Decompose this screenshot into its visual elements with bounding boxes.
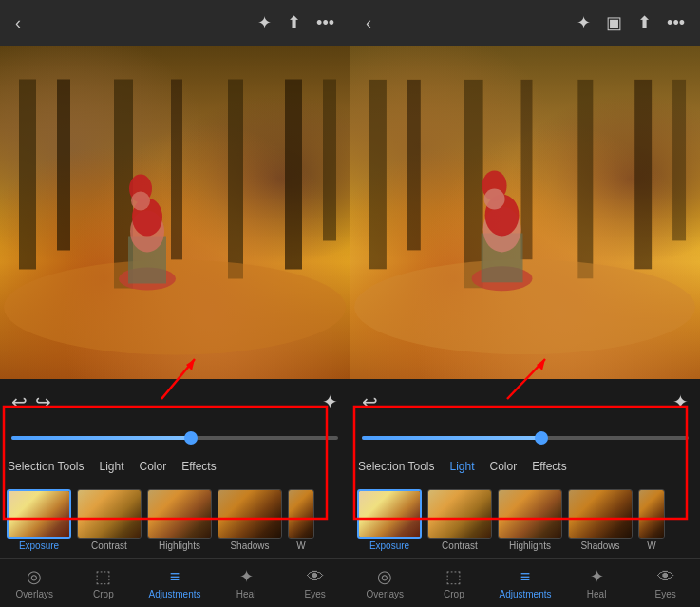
- left-thumb-contrast-img: [77, 489, 142, 539]
- right-thumb-shadows-label: Shadows: [580, 541, 619, 551]
- left-thumb-highlights-img: [147, 489, 212, 539]
- right-thumb-contrast[interactable]: Contrast: [426, 489, 493, 551]
- left-thumbnails-row: Exposure Contrast Highlights Shadows W: [0, 482, 350, 558]
- right-slider-thumb[interactable]: [535, 431, 548, 445]
- left-heal-label: Heal: [236, 589, 256, 599]
- left-nav-eyes[interactable]: 👁 Eyes: [292, 567, 339, 599]
- left-adjustments-label: Adjustments: [148, 589, 200, 599]
- svg-rect-23: [672, 80, 686, 241]
- svg-rect-4: [228, 80, 243, 279]
- right-nav-adjustments[interactable]: ≡ Adjustments: [499, 567, 551, 599]
- right-photo-area: [350, 46, 700, 379]
- right-crop-label: Crop: [444, 589, 464, 599]
- right-more-button[interactable]: •••: [667, 13, 685, 33]
- right-tab-effects[interactable]: Effects: [532, 460, 566, 473]
- right-nav-heal[interactable]: ✦ Heal: [573, 566, 620, 599]
- left-nav-overlays[interactable]: ◎ Overlays: [10, 566, 58, 599]
- right-nav-crop[interactable]: ⬚ Crop: [430, 566, 478, 599]
- left-thumb-whites-label: W: [296, 541, 305, 551]
- svg-point-13: [131, 192, 150, 211]
- left-settings-button[interactable]: ✦: [322, 390, 338, 413]
- right-nav-overlays[interactable]: ◎ Overlays: [361, 566, 408, 599]
- left-tab-light[interactable]: Light: [100, 460, 124, 473]
- left-thumb-highlights[interactable]: Highlights: [146, 489, 213, 551]
- left-thumb-highlights-label: Highlights: [159, 541, 200, 551]
- svg-rect-3: [171, 80, 182, 260]
- svg-rect-1: [57, 80, 70, 251]
- right-settings-button[interactable]: ✦: [672, 390, 689, 413]
- right-tabs-area: Selection Tools Light Color Effects: [350, 451, 700, 482]
- right-compare-button[interactable]: ▣: [606, 12, 622, 33]
- left-panel: ‹ ✦ ⬆ •••: [0, 0, 350, 607]
- right-slider-track[interactable]: [362, 436, 689, 440]
- svg-rect-20: [521, 80, 533, 259]
- right-nav-eyes[interactable]: 👁 Eyes: [642, 567, 690, 599]
- svg-point-30: [484, 189, 505, 210]
- left-thumb-shadows[interactable]: Shadows: [217, 489, 283, 551]
- left-photo: [0, 46, 350, 379]
- left-back-button[interactable]: ‹: [15, 13, 21, 33]
- left-redo-button[interactable]: ↪: [35, 390, 51, 413]
- left-undo-button[interactable]: ↩: [11, 390, 28, 413]
- right-thumb-exposure[interactable]: Exposure: [356, 489, 423, 551]
- left-crop-icon: ⬚: [95, 566, 111, 587]
- right-thumbnails-row: Exposure Contrast Highlights Shadows W: [350, 482, 700, 558]
- left-photo-area: [0, 46, 350, 379]
- right-undo-redo: ↩: [362, 390, 378, 413]
- left-thumb-whites[interactable]: W: [287, 489, 315, 551]
- left-nav-crop[interactable]: ⬚ Crop: [80, 566, 127, 599]
- right-magic-button[interactable]: ✦: [577, 12, 591, 33]
- left-thumb-contrast-label: Contrast: [91, 541, 127, 551]
- left-more-button[interactable]: •••: [316, 13, 334, 33]
- right-slider-area: [350, 425, 700, 451]
- right-thumb-shadows-img: [568, 489, 633, 539]
- right-back-button[interactable]: ‹: [366, 13, 371, 33]
- left-bottom-nav: ◎ Overlays ⬚ Crop ≡ Adjustments ✦ Heal 👁…: [0, 558, 350, 607]
- left-thumb-shadows-label: Shadows: [230, 541, 269, 551]
- left-tab-color[interactable]: Color: [140, 460, 167, 473]
- left-thumb-shadows-img: [218, 489, 282, 539]
- left-slider-track[interactable]: [11, 436, 338, 440]
- right-thumb-contrast-label: Contrast: [442, 541, 478, 551]
- left-share-button[interactable]: ⬆: [287, 12, 301, 33]
- right-slider-fill: [362, 436, 541, 440]
- left-nav-adjustments[interactable]: ≡ Adjustments: [148, 567, 200, 599]
- left-tab-effects[interactable]: Effects: [181, 460, 216, 473]
- right-thumb-whites[interactable]: W: [637, 489, 666, 551]
- right-share-button[interactable]: ⬆: [637, 12, 652, 33]
- left-slider-thumb[interactable]: [184, 431, 198, 445]
- left-magic-button[interactable]: ✦: [257, 12, 272, 33]
- right-eyes-label: Eyes: [655, 589, 676, 599]
- left-thumb-exposure[interactable]: Exposure: [6, 489, 72, 551]
- right-tab-selection-tools[interactable]: Selection Tools: [358, 460, 435, 473]
- left-top-bar: ‹ ✦ ⬆ •••: [0, 0, 350, 46]
- right-thumb-highlights[interactable]: Highlights: [497, 489, 563, 551]
- right-heal-icon: ✦: [590, 566, 604, 587]
- right-overlays-label: Overlays: [367, 589, 404, 599]
- right-tab-color[interactable]: Color: [490, 460, 518, 473]
- svg-rect-5: [285, 80, 302, 270]
- svg-rect-18: [407, 80, 421, 251]
- left-thumb-contrast[interactable]: Contrast: [76, 489, 142, 551]
- svg-rect-22: [634, 80, 652, 269]
- right-top-icons: ✦ ▣ ⬆ •••: [577, 12, 685, 33]
- right-thumb-whites-img: [638, 489, 665, 539]
- right-thumb-shadows[interactable]: Shadows: [567, 489, 634, 551]
- right-bottom-nav: ◎ Overlays ⬚ Crop ≡ Adjustments ✦ Heal 👁…: [350, 558, 700, 607]
- right-thumb-highlights-label: Highlights: [509, 541, 551, 551]
- svg-rect-21: [577, 80, 593, 278]
- left-tab-selection-tools[interactable]: Selection Tools: [8, 460, 85, 473]
- left-adjustments-icon: ≡: [170, 567, 180, 587]
- left-control-bar: ↩ ↪ ✦: [0, 379, 350, 425]
- right-undo-button[interactable]: ↩: [362, 390, 378, 413]
- left-nav-heal[interactable]: ✦ Heal: [222, 566, 270, 599]
- right-tab-light[interactable]: Light: [450, 460, 475, 473]
- right-thumb-highlights-img: [498, 489, 562, 539]
- left-thumb-exposure-label: Exposure: [19, 541, 59, 551]
- left-thumb-whites-img: [288, 489, 314, 539]
- right-overlays-icon: ◎: [377, 566, 392, 587]
- left-photo-overlay: [0, 46, 350, 379]
- right-photo-overlay: [350, 46, 700, 379]
- left-top-icons: ✦ ⬆ •••: [257, 12, 334, 33]
- left-heal-icon: ✦: [239, 566, 254, 587]
